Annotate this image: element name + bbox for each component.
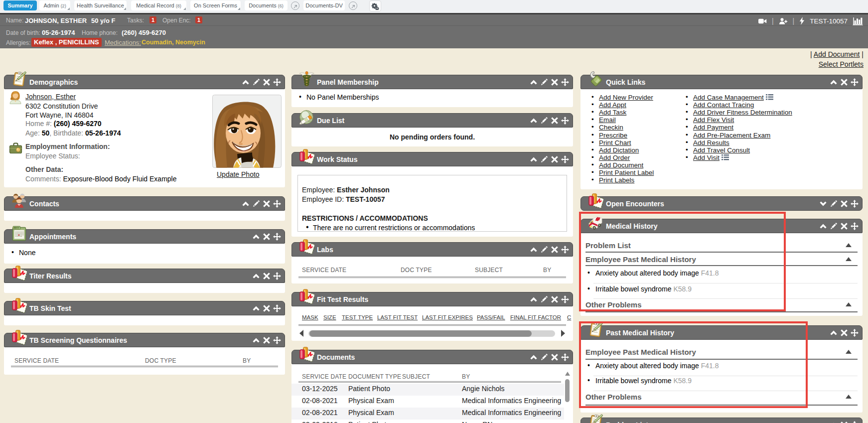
- svg-text:MAY: MAY: [13, 226, 19, 229]
